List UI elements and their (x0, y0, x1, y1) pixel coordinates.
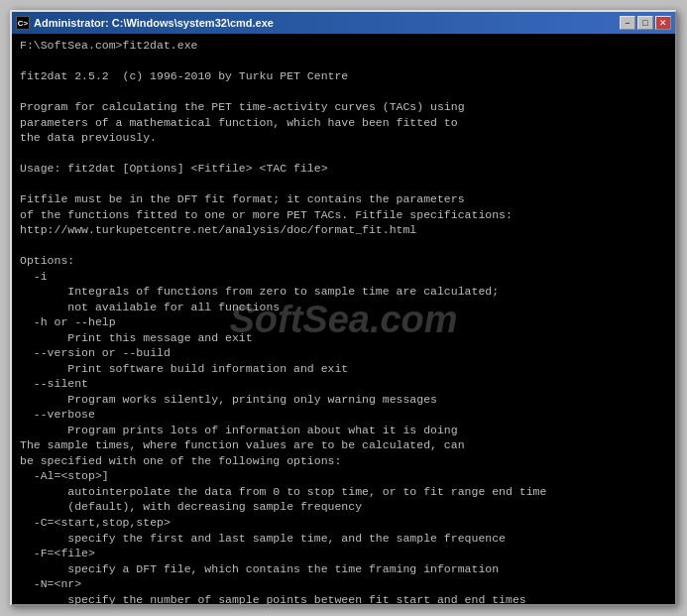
cmd-window: C> Administrator: C:\Windows\system32\cm… (10, 10, 677, 606)
title-bar: C> Administrator: C:\Windows\system32\cm… (12, 12, 675, 34)
terminal-content: F:\SoftSea.com>fit2dat.exe fit2dat 2.5.2… (20, 38, 667, 604)
minimize-button[interactable]: − (620, 16, 635, 30)
title-bar-buttons: − □ ✕ (620, 16, 671, 30)
close-button[interactable]: ✕ (655, 16, 671, 30)
title-bar-left: C> Administrator: C:\Windows\system32\cm… (16, 16, 274, 30)
terminal-body[interactable]: SoftSea.com F:\SoftSea.com>fit2dat.exe f… (12, 34, 675, 604)
window-title: Administrator: C:\Windows\system32\cmd.e… (34, 17, 274, 29)
cmd-icon: C> (16, 16, 30, 30)
maximize-button[interactable]: □ (637, 16, 653, 30)
